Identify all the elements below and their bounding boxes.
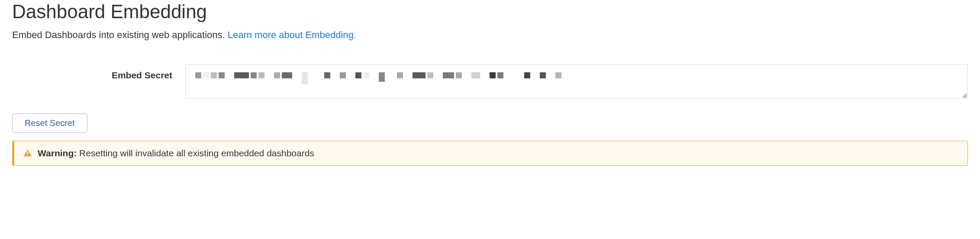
redacted-secret xyxy=(195,72,958,84)
warning-text: Resetting will invalidate all existing e… xyxy=(77,148,314,158)
page-title: Dashboard Embedding xyxy=(12,1,968,23)
svg-rect-1 xyxy=(27,155,28,156)
warning-label: Warning: xyxy=(38,148,77,158)
embed-secret-label: Embed Secret xyxy=(12,64,185,81)
warning-icon xyxy=(23,149,32,158)
svg-rect-0 xyxy=(27,152,28,154)
embed-secret-row: Embed Secret xyxy=(12,64,968,99)
warning-text-container: Warning: Resetting will invalidate all e… xyxy=(38,148,314,158)
subtitle: Embed Dashboards into existing web appli… xyxy=(12,29,968,41)
learn-more-link[interactable]: Learn more about Embedding. xyxy=(228,29,356,40)
embed-secret-input[interactable] xyxy=(185,64,968,99)
reset-secret-button[interactable]: Reset Secret xyxy=(12,113,87,133)
warning-banner: Warning: Resetting will invalidate all e… xyxy=(12,141,968,166)
subtitle-text: Embed Dashboards into existing web appli… xyxy=(12,29,228,40)
